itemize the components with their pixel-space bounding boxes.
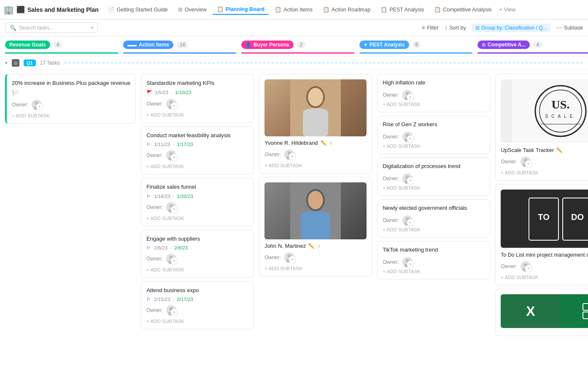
action-card-4-subtask[interactable]: + ADD SUBTASK [146,319,248,324]
pest-card-3-subtask[interactable]: + ADD SUBTASK [383,227,485,232]
pest-card-0[interactable]: High inflation rate Owner: + + ADD SUBTA… [377,74,490,112]
add-owner-icon[interactable]: + [407,93,414,101]
competitive-card-0[interactable]: US. SCALE UpScale Task Tracker ✏️ Owner:… [495,74,588,181]
pest-card-0-title: High inflation rate [383,79,485,86]
pest-card-1[interactable]: Rise of Gen Z workers Owner: + + ADD SUB… [377,116,490,154]
edit-icon[interactable]: ✏️ [308,243,315,249]
svg-point-30 [301,211,330,220]
pest-card-1-subtask[interactable]: + ADD SUBTASK [383,144,485,149]
competitive-card-1[interactable]: TO DO To Do List mini project management… [495,184,588,285]
competitive-card-0-subtask[interactable]: + ADD SUBTASK [501,170,588,175]
action-card-2-subtask[interactable]: + ADD SUBTASK [146,216,248,221]
pest-card-4[interactable]: TikTok marketing trend Owner: + + ADD SU… [377,241,490,279]
add-owner-icon[interactable]: + [36,103,43,111]
pest-card-3-owner: Owner: + [383,215,485,225]
pest-card-0-subtask[interactable]: + ADD SUBTASK [383,102,485,107]
tab-pest-analysis[interactable]: 📋 PEST Analysis [376,5,428,14]
pest-card-2[interactable]: Digitalization of processes trend Owner:… [377,157,490,196]
top-nav: 🏢 ⬛ Sales and Marketing Plan 📄 Getting S… [0,0,588,19]
tab-overview[interactable]: ⊞ Overview [174,5,211,14]
add-owner-icon[interactable]: + [525,265,532,272]
revenue-add-subtask[interactable]: + ADD SUBTASK [12,113,130,118]
svg-point-20 [308,88,323,106]
col-header-buyer-persona: 👤 Buyer Persona 2 [241,41,354,54]
svg-text:US.: US. [552,98,570,111]
revenue-goals-column: 20% increase in Business Plus package re… [5,74,136,357]
tab-planning-board[interactable]: 📋 Planning Board [213,4,269,15]
search-box[interactable]: 🔍 Search tasks... ▾ [5,22,98,33]
menu-icon[interactable]: ≡ [317,243,320,249]
buyer-card-1[interactable]: John N. Martinez ✏️ ≡ Owner: + + ADD SUB… [259,177,372,277]
svg-rect-67 [583,312,588,319]
yvonne-image [264,79,367,136]
tab-action-roadmap[interactable]: 📋 Action Roadmap [318,5,375,14]
board-body: 20% increase in Business Plus package re… [0,70,588,361]
john-image [264,182,367,239]
action-card-3-dates: 🏳 2/6/23 - 2/8/23 [146,245,248,250]
column-headers: Revenue Goals 4 ▬▬ Action Items 16 👤 [0,36,588,57]
svg-text:TO: TO [538,212,549,222]
action-card-4[interactable]: Attend business expo 🏳 2/15/23 - 2/17/23… [141,281,254,329]
action-card-0-subtask[interactable]: + ADD SUBTASK [146,112,248,117]
filter-button[interactable]: ≡ Filter [422,25,439,31]
revenue-card[interactable]: 20% increase in Business Plus package re… [5,74,136,124]
buyer-card-0[interactable]: Yvonne R. Hildebrand ✏️ ≡ Owner: + + ADD… [259,74,372,174]
action-card-1[interactable]: Conduct market feasibility analysis 🏳 1/… [141,126,254,174]
add-owner-icon[interactable]: + [170,102,178,110]
svg-text:DO: DO [571,212,584,222]
competitive-card-0-title: UpScale Task Tracker ✏️ [501,147,588,153]
pest-card-1-title: Rise of Gen Z workers [383,121,485,127]
pest-card-4-subtask[interactable]: + ADD SUBTASK [383,269,485,274]
tab-getting-started[interactable]: 📄 Getting Started Guide [104,5,172,14]
add-owner-icon[interactable]: + [170,309,178,316]
tab-action-items[interactable]: 📋 Action Items [270,5,317,14]
tab-competitive-analysis[interactable]: 📋 Competitive Analysis [430,5,496,14]
add-owner-icon[interactable]: + [407,260,414,268]
competitive-card-2[interactable]: X [495,289,588,336]
edit-icon[interactable]: ✏️ [321,140,327,146]
action-card-0-title: Standardize marketing KPIs [146,79,248,87]
todo-logo: TO DO [501,190,588,248]
edit-icon[interactable]: ✏️ [556,147,563,153]
excel-logo: X [501,294,588,328]
add-owner-icon[interactable]: + [407,177,414,184]
q1-chevron-icon[interactable]: ▾ [5,60,8,66]
group-by-button[interactable]: ⊟ Group by: Classification / Q... [472,24,550,32]
menu-icon[interactable]: ≡ [329,140,332,146]
action-items-count: 16 [177,41,188,48]
add-owner-icon[interactable]: + [407,219,414,226]
pest-icon: 📋 [380,6,387,13]
competitive-column: US. SCALE UpScale Task Tracker ✏️ Owner:… [495,74,588,357]
pest-card-3[interactable]: Newly elected government officials Owner… [377,199,490,238]
action-card-2[interactable]: Finalize sales funnel 🏳 1/16/23 - 1/20/2… [141,178,254,226]
buyer-card-1-subtask[interactable]: + ADD SUBTASK [264,266,367,271]
pest-card-2-subtask[interactable]: + ADD SUBTASK [383,185,485,190]
add-owner-icon[interactable]: + [170,206,178,213]
action-card-3-subtask[interactable]: + ADD SUBTASK [146,267,248,272]
add-owner-icon[interactable]: + [170,257,178,265]
avatar: + [32,100,42,110]
avatar: + [284,149,294,160]
add-owner-icon[interactable]: + [407,135,414,143]
add-view-button[interactable]: + View [499,6,516,13]
logo-icon: 🏢 [3,5,14,15]
add-owner-icon[interactable]: + [289,256,296,263]
toolbar-right: ≡ Filter ↕ Sort by ⊟ Group by: Classific… [422,24,583,32]
competitive-card-0-owner: Owner: + [501,157,588,167]
action-card-1-subtask[interactable]: + ADD SUBTASK [146,164,248,169]
add-owner-icon[interactable]: + [525,160,532,168]
action-card-0[interactable]: Standardize marketing KPIs 🚩 1/5/23 - 1/… [141,74,254,123]
action-card-3[interactable]: Engage with suppliers 🏳 2/6/23 - 2/8/23 … [141,230,254,278]
action-card-0-owner: Owner: + [146,99,248,109]
add-owner-icon[interactable]: + [289,153,296,160]
competitive-line [477,52,588,54]
col-header-action-items: ▬▬ Action Items 16 [123,41,236,54]
buyer-persona-badge: 👤 Buyer Persona [241,41,294,49]
subtask-button[interactable]: ⋯ Subtask [556,24,583,31]
search-placeholder: Search tasks... [19,25,54,31]
buyer-card-0-subtask[interactable]: + ADD SUBTASK [264,163,367,168]
sort-button[interactable]: ↕ Sort by [445,25,466,31]
competitive-card-1-subtask[interactable]: + ADD SUBTASK [501,275,588,280]
flag-blue-icon: 🏳 [146,245,151,250]
add-owner-icon[interactable]: + [170,154,178,161]
